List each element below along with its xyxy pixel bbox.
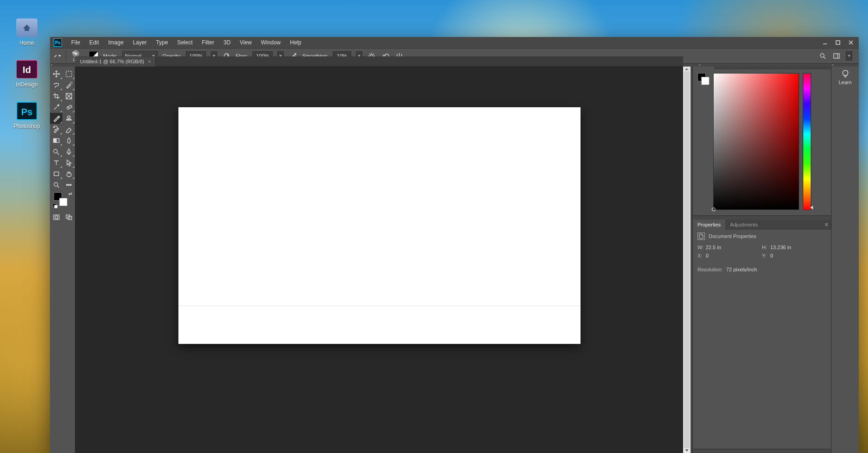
properties-heading: Document Properties <box>709 233 756 239</box>
panel-menu-icon[interactable]: ≡ <box>822 221 831 228</box>
document-icon <box>697 233 705 240</box>
tab-properties[interactable]: Properties <box>693 220 725 230</box>
svg-rect-11 <box>67 105 72 109</box>
menu-type[interactable]: Type <box>151 37 172 48</box>
search-icon[interactable] <box>818 51 827 61</box>
background-color-swatch[interactable] <box>59 198 67 206</box>
resolution-label: Resolution: <box>697 267 723 272</box>
svg-rect-13 <box>54 139 56 142</box>
hue-slider[interactable] <box>803 73 811 210</box>
desktop-icon-label: Photoshop <box>8 123 45 129</box>
workspace-dropdown[interactable] <box>846 51 852 61</box>
collapse-handle-far-right[interactable]: ›› <box>832 63 838 67</box>
blur-tool[interactable] <box>62 135 75 146</box>
photoshop-icon: Ps <box>16 102 37 120</box>
mini-background-swatch[interactable] <box>701 77 709 85</box>
color-panel: Color Swatches ≡ <box>693 59 831 216</box>
menu-select[interactable]: Select <box>172 37 197 48</box>
svg-point-2 <box>295 54 296 55</box>
svg-rect-0 <box>836 41 840 44</box>
height-label: H: <box>762 245 769 250</box>
history-brush-tool[interactable] <box>50 124 62 135</box>
frame-tool[interactable] <box>62 91 75 102</box>
svg-rect-8 <box>66 71 72 77</box>
menu-layer[interactable]: Layer <box>128 37 151 48</box>
default-colors-icon[interactable] <box>53 203 57 208</box>
menu-view[interactable]: View <box>235 37 257 48</box>
screen-mode-toggle[interactable] <box>62 212 75 223</box>
menu-3d[interactable]: 3D <box>219 37 235 48</box>
desktop-icon-label: Home <box>8 40 45 46</box>
brush-tool[interactable] <box>50 113 62 124</box>
quick-select-tool[interactable] <box>62 80 75 91</box>
path-select-tool[interactable] <box>62 157 75 168</box>
healing-tool[interactable] <box>62 102 75 113</box>
collapsed-panel-icon[interactable] <box>685 65 692 73</box>
minimize-button[interactable] <box>819 38 831 47</box>
workspace-switcher-icon[interactable] <box>832 51 841 61</box>
desktop-icon-photoshop[interactable]: Ps Photoshop <box>8 102 45 129</box>
menubar: Ps File Edit Image Layer Type Select Fil… <box>50 37 859 48</box>
vertical-scrollbar[interactable] <box>683 67 691 453</box>
tab-adjustments[interactable]: Adjustments <box>725 220 763 230</box>
canvas[interactable] <box>178 107 581 344</box>
scrollbar-thumb[interactable] <box>684 71 690 448</box>
document-tab[interactable]: Untitled-1 @ 66.7% (RGB/8) × <box>75 57 156 67</box>
menu-image[interactable]: Image <box>104 37 128 48</box>
document-tab-title: Untitled-1 @ 66.7% (RGB/8) <box>80 59 144 64</box>
type-tool[interactable] <box>50 157 62 168</box>
swap-colors-icon[interactable]: ⇄ <box>68 191 72 196</box>
crop-tool[interactable] <box>50 91 62 102</box>
color-cursor-icon <box>712 208 715 211</box>
close-button[interactable] <box>845 38 857 47</box>
svg-point-17 <box>66 184 67 186</box>
width-label: W: <box>697 245 704 250</box>
eraser-tool[interactable] <box>62 124 75 135</box>
learn-button[interactable]: Learn <box>831 69 859 85</box>
learn-column: Learn <box>831 56 859 453</box>
svg-point-21 <box>55 216 58 219</box>
workspace: ⇄ Untitled-1 @ 66.7% (RGB/8) × <box>50 56 859 453</box>
stamp-tool[interactable] <box>62 113 75 124</box>
foreground-background-swatches[interactable]: ⇄ <box>50 190 75 208</box>
desktop-icon-home[interactable]: Home <box>8 18 45 46</box>
move-tool[interactable] <box>50 68 62 80</box>
menu-help[interactable]: Help <box>285 37 306 48</box>
x-label: X: <box>697 253 704 258</box>
desktop-icon-indesign[interactable]: Id InDesign <box>8 60 45 88</box>
svg-point-14 <box>54 149 57 153</box>
resolution-value: 72 pixels/inch <box>726 267 757 272</box>
close-tab-icon[interactable]: × <box>148 59 151 64</box>
color-fgbg-swatches[interactable] <box>697 73 709 85</box>
collapse-handle-left[interactable]: ‹‹ <box>51 63 57 67</box>
photoshop-window: Ps File Edit Image Layer Type Select Fil… <box>50 37 859 453</box>
menu-edit[interactable]: Edit <box>85 37 104 48</box>
eyedropper-tool[interactable] <box>50 102 62 113</box>
width-value: 22.5 in <box>706 245 721 250</box>
pen-tool[interactable] <box>62 146 75 157</box>
learn-label: Learn <box>838 80 851 85</box>
zoom-tool[interactable] <box>50 179 62 190</box>
svg-rect-7 <box>834 54 839 58</box>
collapse-handle-right[interactable]: ›› <box>699 63 705 67</box>
menu-window[interactable]: Window <box>257 37 286 48</box>
svg-point-6 <box>820 54 824 57</box>
marquee-tool[interactable] <box>62 68 75 80</box>
quick-mask-toggle[interactable] <box>50 212 62 223</box>
app-logo-icon: Ps <box>54 38 62 47</box>
hand-tool[interactable] <box>62 168 75 179</box>
dodge-tool[interactable] <box>50 146 62 157</box>
saturation-value-picker[interactable] <box>713 73 799 210</box>
lasso-tool[interactable] <box>50 80 62 91</box>
menu-filter[interactable]: Filter <box>197 37 219 48</box>
menu-file[interactable]: File <box>67 37 85 48</box>
hue-pointer-icon <box>810 206 813 209</box>
current-tool-indicator[interactable] <box>54 52 61 60</box>
maximize-button[interactable] <box>832 38 844 47</box>
edit-toolbar-button[interactable] <box>62 179 75 190</box>
properties-panel-tabs: Properties Adjustments ≡ <box>693 220 831 230</box>
gradient-tool[interactable] <box>50 135 62 146</box>
rectangle-tool[interactable] <box>50 168 62 179</box>
properties-panel: Properties Adjustments ≡ Document Proper… <box>693 220 831 449</box>
canvas-area: Untitled-1 @ 66.7% (RGB/8) × <box>75 56 683 453</box>
